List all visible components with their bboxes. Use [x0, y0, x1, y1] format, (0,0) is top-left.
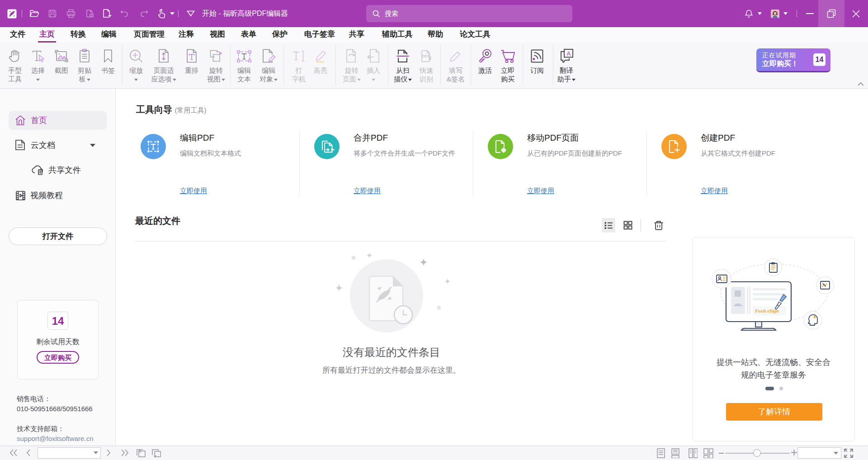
svg-text:OCR: OCR [422, 54, 430, 58]
svg-text:A: A [567, 50, 571, 57]
